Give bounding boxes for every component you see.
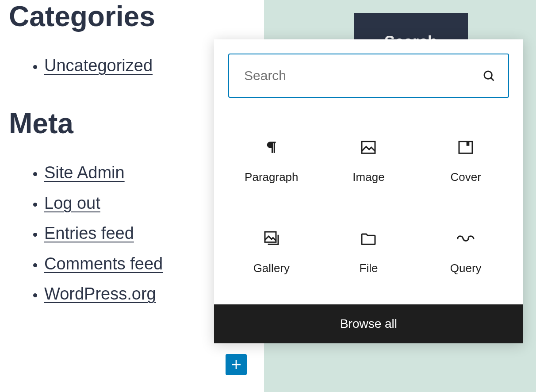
list-item: Uncategorized	[44, 50, 221, 81]
block-label: Paragraph	[245, 170, 298, 184]
file-icon	[360, 230, 377, 247]
add-block-button[interactable]	[226, 354, 247, 375]
block-label: Cover	[450, 170, 481, 184]
block-label: File	[360, 261, 378, 275]
block-label: Query	[450, 261, 482, 275]
block-item-paragraph[interactable]: Paragraph	[223, 115, 320, 207]
block-label: Image	[352, 170, 384, 184]
svg-rect-4	[467, 141, 470, 146]
list-item: Comments feed	[44, 249, 221, 279]
categories-list: Uncategorized	[9, 50, 221, 81]
block-item-image[interactable]: Image	[320, 115, 417, 207]
query-icon	[457, 230, 475, 247]
block-item-query[interactable]: Query	[417, 207, 514, 298]
meta-link-wordpress-org[interactable]: WordPress.org	[44, 284, 156, 303]
sidebar: Categories Uncategorized Meta Site Admin…	[9, 0, 221, 309]
svg-line-1	[491, 78, 494, 81]
categories-heading: Categories	[9, 0, 221, 33]
plus-icon	[230, 358, 243, 371]
meta-list: Site Admin Log out Entries feed Comments…	[9, 158, 221, 309]
search-field-wrap	[228, 54, 509, 98]
block-item-cover[interactable]: Cover	[417, 115, 514, 207]
block-item-gallery[interactable]: Gallery	[223, 207, 320, 298]
list-item: WordPress.org	[44, 279, 221, 309]
inserter-search-area	[214, 39, 523, 98]
meta-link-log-out[interactable]: Log out	[44, 194, 100, 212]
meta-heading: Meta	[9, 107, 221, 140]
browse-all-label: Browse all	[340, 317, 397, 331]
category-link-uncategorized[interactable]: Uncategorized	[44, 56, 153, 75]
meta-link-site-admin[interactable]: Site Admin	[44, 163, 125, 182]
list-item: Site Admin	[44, 158, 221, 188]
search-icon[interactable]	[480, 67, 498, 85]
svg-rect-2	[362, 141, 375, 153]
svg-rect-3	[459, 141, 472, 153]
meta-link-comments-feed[interactable]: Comments feed	[44, 254, 163, 273]
block-label: Gallery	[253, 261, 290, 275]
list-item: Log out	[44, 188, 221, 218]
search-input[interactable]	[243, 54, 480, 97]
categories-section: Categories Uncategorized	[9, 0, 221, 81]
block-inserter-panel: Paragraph Image Cover	[214, 39, 523, 343]
svg-rect-5	[265, 232, 276, 242]
meta-link-entries-feed[interactable]: Entries feed	[44, 224, 134, 242]
block-item-file[interactable]: File	[320, 207, 417, 298]
meta-section: Meta Site Admin Log out Entries feed Com…	[9, 107, 221, 309]
blocks-grid: Paragraph Image Cover	[214, 98, 523, 304]
svg-point-0	[484, 71, 492, 79]
browse-all-button[interactable]: Browse all	[214, 304, 523, 343]
paragraph-icon	[263, 138, 280, 156]
image-icon	[360, 138, 377, 156]
list-item: Entries feed	[44, 218, 221, 248]
gallery-icon	[263, 230, 280, 247]
cover-icon	[457, 138, 475, 156]
